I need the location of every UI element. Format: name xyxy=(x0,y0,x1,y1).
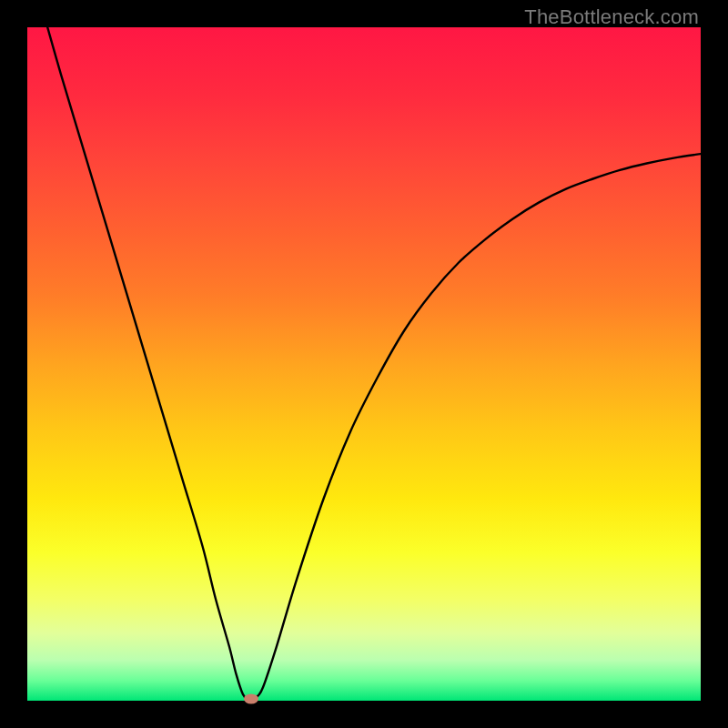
chart-frame xyxy=(27,27,701,701)
minimum-marker xyxy=(244,693,258,703)
watermark-text: TheBottleneck.com xyxy=(524,5,699,29)
bottleneck-curve xyxy=(27,27,701,701)
plot-area xyxy=(27,27,701,701)
